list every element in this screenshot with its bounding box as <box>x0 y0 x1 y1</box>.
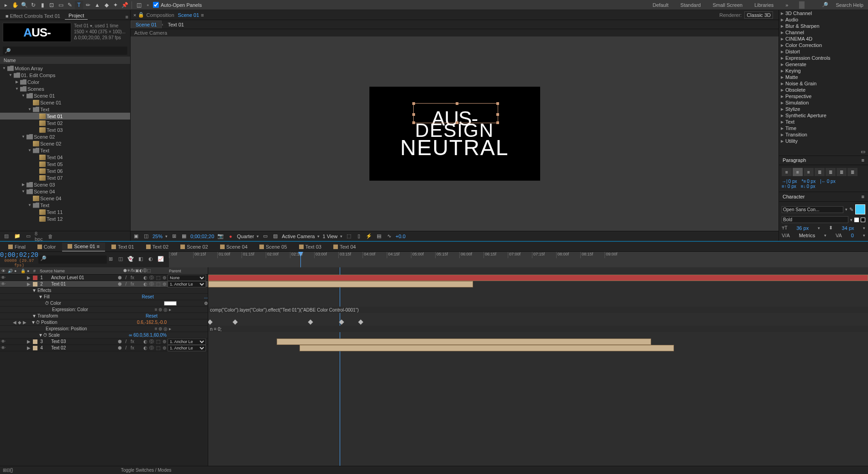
reset-link[interactable]: Reset <box>142 294 154 299</box>
timeline-icon[interactable]: ▤ <box>375 233 383 239</box>
parent-pickwhip-icon[interactable]: ⊚ <box>161 345 168 350</box>
tab-project[interactable]: Project <box>65 12 88 20</box>
channel-icon[interactable]: ● <box>227 234 234 239</box>
view-dropdown[interactable]: Active Camera <box>282 234 315 239</box>
indent-left[interactable]: →| 0 px <box>782 179 797 184</box>
brush-tool-icon[interactable]: ✏ <box>84 1 92 9</box>
current-timecode[interactable]: 0;00;02;20 <box>0 251 38 259</box>
parent-pickwhip-icon[interactable]: ⊚ <box>161 339 168 344</box>
region-icon[interactable]: ▭ <box>262 233 269 239</box>
camera-tool-icon[interactable]: ▮ <box>38 1 47 9</box>
keyframe-nav[interactable]: ◀ ◆ ▶ <box>13 320 31 325</box>
lock-icon[interactable]: 🔒 <box>138 12 144 18</box>
folder-row[interactable]: ▼Text <box>0 147 130 154</box>
renderer-dropdown[interactable]: Classic 3D <box>744 11 773 19</box>
exposure-value[interactable]: +0.0 <box>395 234 405 239</box>
folder-row[interactable]: ▼Scene 02 <box>0 133 130 140</box>
folder-row[interactable]: ▼Scenes <box>0 85 130 92</box>
leading-field[interactable]: 34 px <box>842 225 854 231</box>
justify-left-icon[interactable]: ≣ <box>815 168 825 176</box>
comp-row[interactable]: Text 01 <box>0 113 130 120</box>
comp-row[interactable]: Text 05 <box>0 161 130 167</box>
timeline-tab[interactable]: Text 03 <box>294 243 327 251</box>
folder-row[interactable]: ▼Motion Array <box>0 65 130 72</box>
panel-menu-icon[interactable]: ≡ <box>862 157 864 163</box>
interpret-footage-icon[interactable]: ▨ <box>2 233 11 240</box>
font-family-dropdown[interactable]: Open Sans Con... <box>782 206 843 213</box>
workspace-standard[interactable]: Standard <box>678 1 704 9</box>
justify-center-icon[interactable]: ≣ <box>826 168 836 176</box>
indent-first[interactable]: *≡ 0 px <box>802 179 816 184</box>
layer-row[interactable]: 👁▶2Text 01⬢/fx◐⓪⬚⊚1. Anchor Le <box>0 281 208 287</box>
property-row[interactable]: Expression: Position≡ ⊚ ◎ ▸ <box>0 326 208 332</box>
keyframe[interactable] <box>308 319 313 324</box>
type-tool-icon[interactable]: T <box>75 1 83 9</box>
snapshot-icon[interactable]: 📷 <box>217 233 224 239</box>
video-toggle[interactable]: 👁 <box>0 275 6 280</box>
parent-dropdown[interactable]: None <box>168 275 206 281</box>
timeline-tab[interactable]: Scene 02 <box>175 243 213 251</box>
reset-link[interactable]: Reset <box>146 313 158 318</box>
brackets-icon[interactable]: {} <box>10 468 13 473</box>
rotate-tool-icon[interactable]: ↻ <box>29 1 37 9</box>
space-after[interactable]: ≡↓ 0 px <box>801 184 815 189</box>
alpha-icon[interactable]: ◫ <box>142 233 150 239</box>
expression-text[interactable]: n = 0; <box>208 326 868 332</box>
property-row[interactable]: ▼⏱ Scale∞ 60.0,58.1,60.0% <box>0 332 208 339</box>
comp-viewport[interactable]: AUS- DESIGN NEUTRAL <box>131 36 779 231</box>
3d-icon[interactable]: ⬚ <box>345 233 352 239</box>
toggle-switches-modes[interactable]: Toggle Switches / Modes <box>121 468 172 473</box>
layer-bar[interactable] <box>300 345 674 351</box>
stopwatch-icon[interactable]: ⏱ <box>43 333 47 338</box>
shape-tool-icon[interactable]: ▭ <box>57 1 65 9</box>
comp-row[interactable]: Text 11 <box>0 208 130 215</box>
comp-row[interactable]: Text 03 <box>0 126 130 133</box>
frame-blend-icon[interactable]: ◧ <box>137 256 144 263</box>
character-panel-header[interactable]: Character≡ <box>779 192 868 202</box>
comp-mini-flowchart-icon[interactable]: ⊞ <box>107 256 114 263</box>
fast-preview-icon[interactable]: ⚡ <box>365 233 373 239</box>
kerning-dropdown[interactable]: Metrics <box>799 233 815 238</box>
nviews-dropdown[interactable]: 1 View <box>322 234 337 239</box>
roto-tool-icon[interactable]: ✦ <box>111 1 120 9</box>
justify-right-icon[interactable]: ≣ <box>836 168 847 176</box>
timeline-tracks[interactable]: comp("Color").layer("Color").effect("Tex… <box>208 267 868 466</box>
comp-row[interactable]: Scene 01 <box>0 99 130 106</box>
video-toggle[interactable]: 👁 <box>0 281 6 286</box>
property-row[interactable]: ▼FillReset... <box>0 294 208 300</box>
subtab-text[interactable]: Text 01 <box>163 21 188 28</box>
layer-row[interactable]: 👁▶3Text 03⬢/fx◐⓪⬚⊚1. Anchor Le <box>0 339 208 345</box>
property-value[interactable]: 0.6,-162.5,-0.0 <box>137 320 167 325</box>
parent-dropdown[interactable]: 1. Anchor Le <box>168 339 206 345</box>
hand-tool-icon[interactable]: ✋ <box>11 1 19 9</box>
comp-row[interactable]: Text 06 <box>0 167 130 174</box>
eyedropper-icon[interactable]: ✎ <box>849 207 853 213</box>
bpc-toggle[interactable]: 8 bpc <box>35 233 44 240</box>
cti-line[interactable] <box>340 267 340 466</box>
effect-category[interactable]: ▶Utility <box>779 138 868 144</box>
keyframe[interactable] <box>232 319 237 324</box>
timeline-tab[interactable]: Scene 04 <box>215 243 253 251</box>
snap-icon[interactable]: ◫ <box>135 1 143 9</box>
paragraph-panel-header[interactable]: Paragraph≡ <box>779 156 868 166</box>
indent-right[interactable]: |← 0 px <box>820 179 836 184</box>
tab-effect-controls[interactable]: ■ Effect Controls Text 01 <box>2 12 64 20</box>
property-row[interactable]: ◀ ◆ ▶▼⏱ Position0.6,-162.5,-0.0 <box>0 319 208 326</box>
video-toggle[interactable]: 👁 <box>0 345 6 350</box>
layer-bar[interactable] <box>208 275 868 281</box>
align-center-icon[interactable]: ≡ <box>793 168 803 176</box>
folder-row[interactable]: ▼Scene 04 <box>0 188 130 195</box>
label-color[interactable] <box>33 276 37 280</box>
mask-toggle-icon[interactable]: ▣ <box>132 233 140 239</box>
effect-category[interactable]: ▶3D Channel <box>779 10 868 16</box>
align-right-icon[interactable]: ≡ <box>804 168 814 176</box>
layer-row[interactable]: 👁▶4Text 02⬢/fx◐⓪⬚⊚1. Anchor Le <box>0 345 208 351</box>
folder-row[interactable]: ▼Text <box>0 106 130 113</box>
effect-category[interactable]: ▶CINEMA 4D <box>779 36 868 42</box>
workspace-libraries[interactable]: Libraries <box>752 1 776 9</box>
timeline-tab[interactable]: Scene 01 ≡ <box>62 243 105 251</box>
stopwatch-icon[interactable]: ⏱ <box>36 320 40 325</box>
effect-category[interactable]: ▶Blur & Sharpen <box>779 23 868 29</box>
fill-color-swatch[interactable] <box>855 204 865 214</box>
effect-category[interactable]: ▶Matte <box>779 74 868 80</box>
